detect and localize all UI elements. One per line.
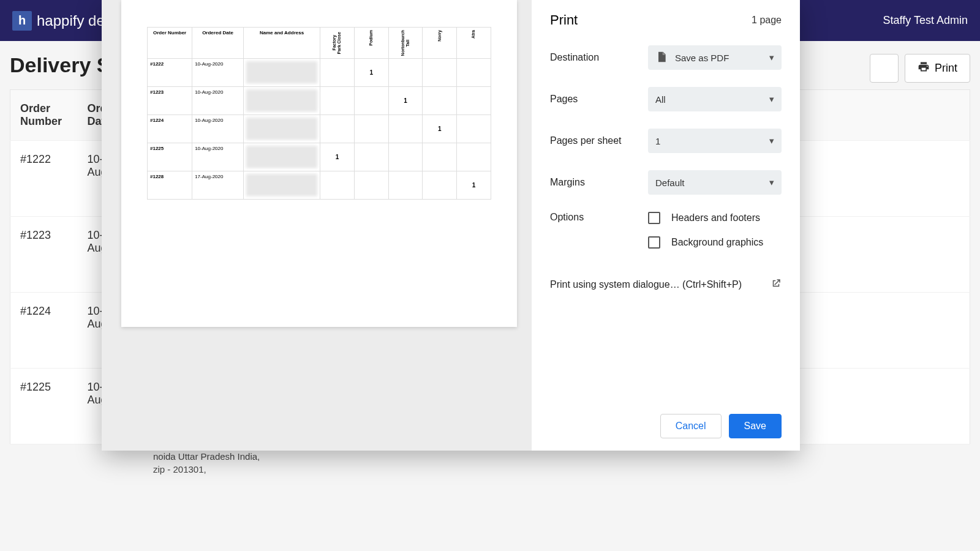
pv-qty [320,171,355,200]
pv-qty [423,87,457,115]
pv-qty: 1 [457,171,491,200]
pv-qty [320,59,355,87]
pv-rotcol-2: Nortonburch Tall [388,28,423,59]
pv-qty [423,171,457,200]
pv-qty [457,87,491,115]
pv-qty [423,59,457,87]
label-pps: Pages per sheet [550,135,648,146]
pv-qty: 1 [388,87,423,115]
cell-order: #1222 [10,141,78,217]
preview-row: #122510-Aug-20201 [148,143,491,171]
chevron-down-icon: ▾ [769,94,774,105]
pv-qty [388,171,423,200]
pv-qty [388,115,423,143]
preview-table: Order Number Ordered Date Name and Addre… [147,27,491,200]
chevron-down-icon: ▾ [769,52,774,63]
pv-date: 10-Aug-2020 [192,143,244,171]
cell-order: #1225 [10,369,78,444]
checkbox-bg-graphics[interactable]: Background graphics [648,236,782,249]
label-pages: Pages [550,94,648,105]
pv-rotcol-3: Norry [423,28,457,59]
pv-date: 10-Aug-2020 [192,87,244,115]
print-settings-pane: Print 1 page Destination Save as PDF ▾ P… [532,0,800,451]
pv-qty [354,143,388,171]
pv-qty [457,115,491,143]
external-link-icon [771,278,782,291]
print-preview-pane[interactable]: Order Number Ordered Date Name and Addre… [102,0,532,451]
pv-qty [354,115,388,143]
toolbar: Print [870,54,970,83]
pv-rotcol-1: Podium [354,28,388,59]
pv-order: #1225 [148,143,192,171]
pv-rotcol-0: Factory Park Close [320,28,355,59]
margins-value: Default [655,178,685,188]
pv-order: #1222 [148,59,192,87]
pv-order: #1228 [148,171,192,200]
toolbar-unknown-button[interactable] [870,54,899,83]
save-button[interactable]: Save [729,414,782,438]
logo-mark: h [12,11,32,31]
print-modal: Order Number Ordered Date Name and Addre… [102,0,800,451]
checkbox-headers-footers[interactable]: Headers and footers [648,212,782,224]
cancel-button[interactable]: Cancel [660,414,722,438]
pv-addr [243,171,320,200]
pv-qty: 1 [354,59,388,87]
pv-qty [457,143,491,171]
pv-qty [354,171,388,200]
pv-col-date: Ordered Date [192,28,244,59]
preview-row: #122310-Aug-20201 [148,87,491,115]
checkbox-icon [648,212,660,224]
pages-per-sheet-select[interactable]: 1 ▾ [648,129,782,153]
checkbox-label: Background graphics [671,237,763,248]
pv-addr [243,87,320,115]
cell-order: #1224 [10,293,78,369]
chevron-down-icon: ▾ [769,177,774,188]
cell-order: #1223 [10,217,78,293]
destination-value: Save as PDF [675,53,729,63]
admin-user-label[interactable]: Staffy Test Admin [883,14,968,27]
print-button[interactable]: Print [905,54,970,83]
pv-rotcol-4: Atra [457,28,491,59]
system-dialog-label: Print using system dialogue… (Ctrl+Shift… [550,279,742,290]
pv-addr [243,143,320,171]
pv-date: 10-Aug-2020 [192,115,244,143]
pv-addr [243,59,320,87]
pv-qty [354,87,388,115]
preview-row: #122210-Aug-20201 [148,59,491,87]
print-icon [918,61,930,76]
label-margins: Margins [550,177,648,188]
pv-qty [457,59,491,87]
pages-value: All [655,94,666,105]
pv-qty [320,115,355,143]
margins-select[interactable]: Default ▾ [648,170,782,195]
pv-order: #1223 [148,87,192,115]
label-options: Options [550,212,648,223]
col-order-number: Order Number [10,90,78,141]
print-system-dialog-link[interactable]: Print using system dialogue… (Ctrl+Shift… [550,278,782,291]
address-fragment: noida Uttar Pradesh India, zip - 201301, [153,450,263,476]
pv-date: 10-Aug-2020 [192,59,244,87]
pv-qty: 1 [423,115,457,143]
pv-qty [423,143,457,171]
page-count-label: 1 page [752,15,782,26]
pdf-icon [655,51,668,65]
destination-select[interactable]: Save as PDF ▾ [648,45,782,70]
preview-row: #122410-Aug-20201 [148,115,491,143]
checkbox-label: Headers and footers [671,212,760,223]
pv-qty [388,143,423,171]
app-logo: h happify de [12,11,105,31]
pv-order: #1224 [148,115,192,143]
checkbox-icon [648,236,660,249]
chevron-down-icon: ▾ [769,135,774,146]
pv-addr [243,115,320,143]
pv-col-order: Order Number [148,28,192,59]
print-button-label: Print [935,62,957,75]
pps-value: 1 [655,136,660,146]
pv-col-addr: Name and Address [243,28,320,59]
pv-qty [388,59,423,87]
preview-row: #122817-Aug-20201 [148,171,491,200]
label-destination: Destination [550,52,648,63]
pv-date: 17-Aug-2020 [192,171,244,200]
pages-select[interactable]: All ▾ [648,87,782,111]
logo-text: happify de [37,12,105,29]
